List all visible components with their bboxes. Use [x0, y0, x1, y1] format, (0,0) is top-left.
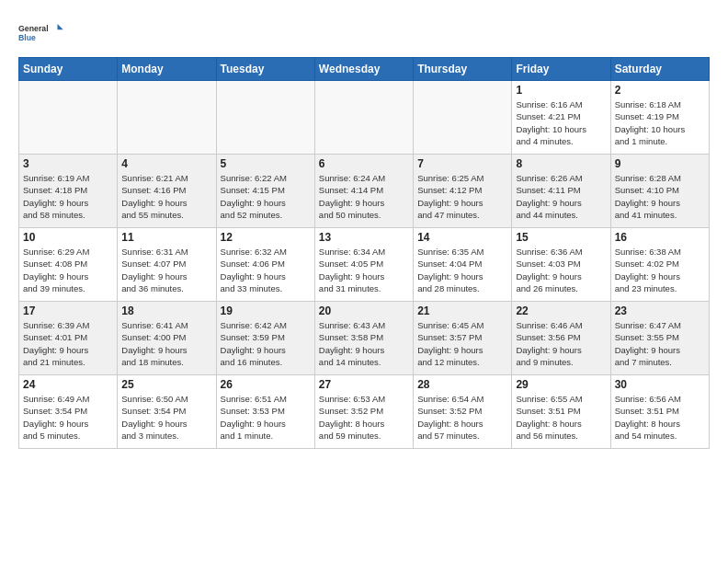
calendar-cell: 18Sunrise: 6:41 AM Sunset: 4:00 PM Dayli… — [118, 302, 216, 375]
day-info: Sunrise: 6:46 AM Sunset: 3:56 PM Dayligh… — [516, 319, 606, 368]
calendar-header-row: SundayMondayTuesdayWednesdayThursdayFrid… — [19, 58, 710, 81]
day-info: Sunrise: 6:45 AM Sunset: 3:57 PM Dayligh… — [417, 319, 507, 368]
day-number: 17 — [23, 304, 113, 317]
page: General Blue SundayMondayTuesdayWednesda… — [0, 0, 728, 458]
calendar-cell: 8Sunrise: 6:26 AM Sunset: 4:11 PM Daylig… — [512, 155, 610, 228]
day-info: Sunrise: 6:29 AM Sunset: 4:08 PM Dayligh… — [23, 246, 113, 294]
calendar-cell: 1Sunrise: 6:16 AM Sunset: 4:21 PM Daylig… — [512, 81, 610, 155]
calendar-header-friday: Friday — [512, 58, 610, 81]
calendar-header-wednesday: Wednesday — [314, 58, 413, 81]
day-number: 6 — [319, 157, 409, 170]
calendar-cell: 15Sunrise: 6:36 AM Sunset: 4:03 PM Dayli… — [512, 228, 610, 302]
calendar-cell: 6Sunrise: 6:24 AM Sunset: 4:14 PM Daylig… — [314, 155, 413, 228]
day-info: Sunrise: 6:21 AM Sunset: 4:16 PM Dayligh… — [121, 172, 211, 221]
calendar-cell — [314, 81, 413, 155]
calendar-cell: 20Sunrise: 6:43 AM Sunset: 3:58 PM Dayli… — [314, 302, 413, 375]
calendar-cell: 27Sunrise: 6:53 AM Sunset: 3:52 PM Dayli… — [314, 375, 413, 449]
day-number: 3 — [23, 157, 113, 170]
calendar-cell: 23Sunrise: 6:47 AM Sunset: 3:55 PM Dayli… — [610, 302, 709, 375]
calendar-header-tuesday: Tuesday — [216, 58, 314, 81]
day-number: 1 — [516, 84, 606, 97]
calendar-cell: 12Sunrise: 6:32 AM Sunset: 4:06 PM Dayli… — [216, 228, 314, 302]
calendar-cell: 19Sunrise: 6:42 AM Sunset: 3:59 PM Dayli… — [216, 302, 314, 375]
day-number: 12 — [221, 231, 311, 244]
calendar-cell — [118, 81, 216, 155]
day-info: Sunrise: 6:31 AM Sunset: 4:07 PM Dayligh… — [121, 246, 211, 294]
calendar-cell: 11Sunrise: 6:31 AM Sunset: 4:07 PM Dayli… — [118, 228, 216, 302]
day-number: 25 — [121, 378, 211, 391]
calendar-cell: 13Sunrise: 6:34 AM Sunset: 4:05 PM Dayli… — [314, 228, 413, 302]
calendar-week-row: 17Sunrise: 6:39 AM Sunset: 4:01 PM Dayli… — [19, 302, 710, 375]
calendar-cell: 26Sunrise: 6:51 AM Sunset: 3:53 PM Dayli… — [216, 375, 314, 449]
calendar-cell: 21Sunrise: 6:45 AM Sunset: 3:57 PM Dayli… — [414, 302, 512, 375]
day-number: 2 — [615, 84, 705, 97]
calendar-cell: 4Sunrise: 6:21 AM Sunset: 4:16 PM Daylig… — [118, 155, 216, 228]
day-info: Sunrise: 6:26 AM Sunset: 4:11 PM Dayligh… — [516, 172, 606, 221]
day-info: Sunrise: 6:24 AM Sunset: 4:14 PM Dayligh… — [319, 172, 409, 221]
calendar-week-row: 10Sunrise: 6:29 AM Sunset: 4:08 PM Dayli… — [19, 228, 710, 302]
calendar-cell: 28Sunrise: 6:54 AM Sunset: 3:52 PM Dayli… — [414, 375, 512, 449]
calendar-cell: 25Sunrise: 6:50 AM Sunset: 3:54 PM Dayli… — [118, 375, 216, 449]
calendar: SundayMondayTuesdayWednesdayThursdayFrid… — [18, 57, 710, 449]
day-number: 4 — [121, 157, 211, 170]
day-info: Sunrise: 6:49 AM Sunset: 3:54 PM Dayligh… — [23, 393, 113, 442]
svg-text:General: General — [18, 24, 49, 33]
day-info: Sunrise: 6:18 AM Sunset: 4:19 PM Dayligh… — [615, 98, 705, 147]
calendar-week-row: 3Sunrise: 6:19 AM Sunset: 4:18 PM Daylig… — [19, 155, 710, 228]
day-number: 11 — [121, 231, 211, 244]
day-number: 18 — [121, 304, 211, 317]
day-number: 10 — [23, 231, 113, 244]
logo-svg: General Blue — [18, 17, 64, 50]
day-info: Sunrise: 6:34 AM Sunset: 4:05 PM Dayligh… — [319, 246, 409, 294]
day-info: Sunrise: 6:43 AM Sunset: 3:58 PM Dayligh… — [319, 319, 409, 368]
day-number: 7 — [417, 157, 507, 170]
day-number: 14 — [417, 231, 507, 244]
day-number: 16 — [615, 231, 705, 244]
day-info: Sunrise: 6:53 AM Sunset: 3:52 PM Dayligh… — [319, 393, 409, 442]
day-number: 5 — [221, 157, 311, 170]
day-info: Sunrise: 6:50 AM Sunset: 3:54 PM Dayligh… — [121, 393, 211, 442]
day-info: Sunrise: 6:25 AM Sunset: 4:12 PM Dayligh… — [417, 172, 507, 221]
day-number: 21 — [417, 304, 507, 317]
calendar-cell: 9Sunrise: 6:28 AM Sunset: 4:10 PM Daylig… — [610, 155, 709, 228]
day-info: Sunrise: 6:56 AM Sunset: 3:51 PM Dayligh… — [615, 393, 705, 442]
logo: General Blue — [18, 17, 64, 50]
day-info: Sunrise: 6:35 AM Sunset: 4:04 PM Dayligh… — [417, 246, 507, 294]
calendar-week-row: 1Sunrise: 6:16 AM Sunset: 4:21 PM Daylig… — [19, 81, 710, 155]
calendar-cell: 30Sunrise: 6:56 AM Sunset: 3:51 PM Dayli… — [610, 375, 709, 449]
day-info: Sunrise: 6:32 AM Sunset: 4:06 PM Dayligh… — [221, 246, 311, 294]
calendar-week-row: 24Sunrise: 6:49 AM Sunset: 3:54 PM Dayli… — [19, 375, 710, 449]
day-number: 24 — [23, 378, 113, 391]
calendar-cell: 10Sunrise: 6:29 AM Sunset: 4:08 PM Dayli… — [19, 228, 118, 302]
calendar-header-monday: Monday — [118, 58, 216, 81]
calendar-cell: 2Sunrise: 6:18 AM Sunset: 4:19 PM Daylig… — [610, 81, 709, 155]
day-info: Sunrise: 6:39 AM Sunset: 4:01 PM Dayligh… — [23, 319, 113, 368]
calendar-cell: 16Sunrise: 6:38 AM Sunset: 4:02 PM Dayli… — [610, 228, 709, 302]
calendar-cell — [19, 81, 118, 155]
calendar-cell: 29Sunrise: 6:55 AM Sunset: 3:51 PM Dayli… — [512, 375, 610, 449]
day-info: Sunrise: 6:22 AM Sunset: 4:15 PM Dayligh… — [221, 172, 311, 221]
day-number: 27 — [319, 378, 409, 391]
day-number: 30 — [615, 378, 705, 391]
svg-text:Blue: Blue — [18, 33, 36, 42]
calendar-cell — [216, 81, 314, 155]
day-info: Sunrise: 6:16 AM Sunset: 4:21 PM Dayligh… — [516, 98, 606, 147]
day-number: 28 — [417, 378, 507, 391]
day-info: Sunrise: 6:42 AM Sunset: 3:59 PM Dayligh… — [221, 319, 311, 368]
calendar-cell: 14Sunrise: 6:35 AM Sunset: 4:04 PM Dayli… — [414, 228, 512, 302]
day-info: Sunrise: 6:28 AM Sunset: 4:10 PM Dayligh… — [615, 172, 705, 221]
day-number: 26 — [221, 378, 311, 391]
day-number: 8 — [516, 157, 606, 170]
day-info: Sunrise: 6:54 AM Sunset: 3:52 PM Dayligh… — [417, 393, 507, 442]
calendar-cell: 5Sunrise: 6:22 AM Sunset: 4:15 PM Daylig… — [216, 155, 314, 228]
day-info: Sunrise: 6:51 AM Sunset: 3:53 PM Dayligh… — [221, 393, 311, 442]
header: General Blue — [18, 17, 710, 50]
day-number: 23 — [615, 304, 705, 317]
svg-marker-1 — [58, 24, 63, 29]
day-number: 22 — [516, 304, 606, 317]
calendar-cell: 22Sunrise: 6:46 AM Sunset: 3:56 PM Dayli… — [512, 302, 610, 375]
day-number: 29 — [516, 378, 606, 391]
day-info: Sunrise: 6:36 AM Sunset: 4:03 PM Dayligh… — [516, 246, 606, 294]
calendar-cell — [414, 81, 512, 155]
calendar-cell: 24Sunrise: 6:49 AM Sunset: 3:54 PM Dayli… — [19, 375, 118, 449]
